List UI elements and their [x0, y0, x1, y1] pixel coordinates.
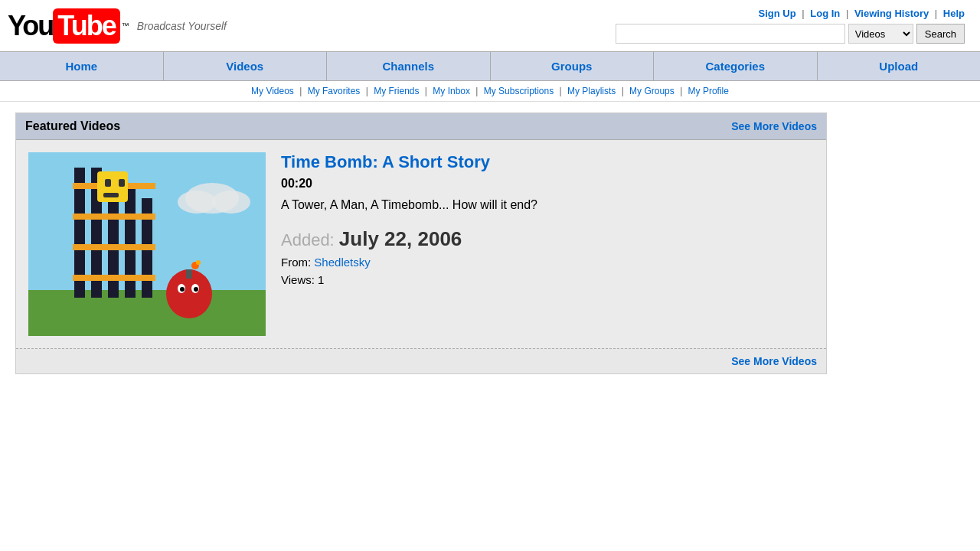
video-duration: 00:20: [281, 177, 814, 191]
my-profile-link[interactable]: My Profile: [688, 86, 729, 96]
separator-2: |: [846, 8, 851, 19]
separator-1: |: [802, 8, 807, 19]
svg-rect-12: [105, 179, 111, 187]
logo-area: YouTube™ Broadcast Yourself: [8, 8, 227, 44]
featured-videos-box: Featured Videos See More Videos: [15, 112, 827, 374]
svg-point-22: [194, 287, 198, 292]
svg-rect-13: [119, 179, 125, 187]
main-content: Featured Videos See More Videos: [0, 102, 980, 385]
my-inbox-link[interactable]: My Inbox: [433, 86, 470, 96]
nav-item-home[interactable]: Home: [0, 52, 164, 80]
nav-item-upload[interactable]: Upload: [818, 52, 981, 80]
help-link[interactable]: Help: [943, 8, 965, 19]
video-info: Time Bomb: A Short Story 00:20 A Tower, …: [281, 152, 814, 336]
svg-point-18: [196, 260, 201, 265]
my-subscriptions-link[interactable]: My Subscriptions: [484, 86, 554, 96]
search-category-select[interactable]: Videos Channels Users: [848, 24, 913, 44]
logo-tm: ™: [122, 21, 129, 30]
views-label: Views:: [281, 273, 315, 286]
header: YouTube™ Broadcast Yourself Sign Up | Lo…: [0, 0, 980, 51]
my-videos-link[interactable]: My Videos: [251, 86, 294, 96]
video-views: Views: 1: [281, 273, 814, 286]
see-more-top-link[interactable]: See More Videos: [731, 120, 817, 132]
video-description: A Tower, A Man, A Timebomb... How will i…: [281, 198, 814, 212]
sign-up-link[interactable]: Sign Up: [759, 8, 796, 19]
logo: YouTube™: [8, 8, 129, 44]
my-playlists-link[interactable]: My Playlists: [567, 86, 616, 96]
nav-item-categories[interactable]: Categories: [654, 52, 818, 80]
navbar: Home Videos Channels Groups Categories U…: [0, 51, 980, 81]
svg-rect-8: [73, 214, 155, 220]
svg-rect-16: [186, 269, 192, 279]
see-more-bottom-link[interactable]: See More Videos: [731, 355, 817, 367]
from-user-link[interactable]: Shedletsky: [314, 256, 370, 269]
logo-tube-box: Tube: [53, 8, 119, 44]
views-count: 1: [318, 273, 324, 286]
from-label: From:: [281, 256, 311, 269]
featured-title: Featured Videos: [25, 119, 120, 133]
logo-you-text: You: [8, 10, 53, 42]
video-entry: Time Bomb: A Short Story 00:20 A Tower, …: [16, 140, 826, 348]
log-in-link[interactable]: Log In: [810, 8, 840, 19]
svg-rect-9: [73, 244, 155, 250]
featured-footer: See More Videos: [16, 349, 826, 373]
logo-tube-text: Tube: [57, 10, 115, 41]
my-friends-link[interactable]: My Friends: [374, 86, 419, 96]
svg-rect-14: [103, 193, 119, 197]
separator-3: |: [935, 8, 940, 19]
featured-header: Featured Videos See More Videos: [16, 113, 826, 140]
svg-rect-10: [73, 275, 155, 281]
header-links: Sign Up | Log In | Viewing History | Hel…: [759, 8, 965, 19]
search-bar: Videos Channels Users Search: [616, 24, 965, 44]
svg-point-25: [212, 191, 250, 214]
logo-tagline: Broadcast Yourself: [137, 20, 227, 32]
my-groups-link[interactable]: My Groups: [629, 86, 675, 96]
added-date: July 22, 2006: [339, 227, 462, 250]
search-input[interactable]: [616, 24, 845, 44]
video-thumbnail-svg: [28, 152, 266, 336]
my-favorites-link[interactable]: My Favorites: [308, 86, 361, 96]
nav-item-videos[interactable]: Videos: [164, 52, 328, 80]
svg-point-21: [180, 287, 185, 292]
video-thumbnail[interactable]: [28, 152, 266, 336]
added-label: Added:: [281, 230, 335, 249]
see-more-top[interactable]: See More Videos: [731, 120, 817, 132]
video-title-link[interactable]: Time Bomb: A Short Story: [281, 152, 814, 172]
viewing-history-link[interactable]: Viewing History: [854, 8, 929, 19]
subnav: My Videos | My Favorites | My Friends | …: [0, 81, 980, 102]
video-from: From: Shedletsky: [281, 256, 814, 269]
svg-point-24: [178, 191, 216, 214]
header-right: Sign Up | Log In | Viewing History | Hel…: [616, 8, 965, 44]
nav-item-channels[interactable]: Channels: [327, 52, 491, 80]
video-added-date: Added: July 22, 2006: [281, 227, 814, 251]
nav-item-groups[interactable]: Groups: [491, 52, 655, 80]
search-button[interactable]: Search: [916, 24, 965, 44]
